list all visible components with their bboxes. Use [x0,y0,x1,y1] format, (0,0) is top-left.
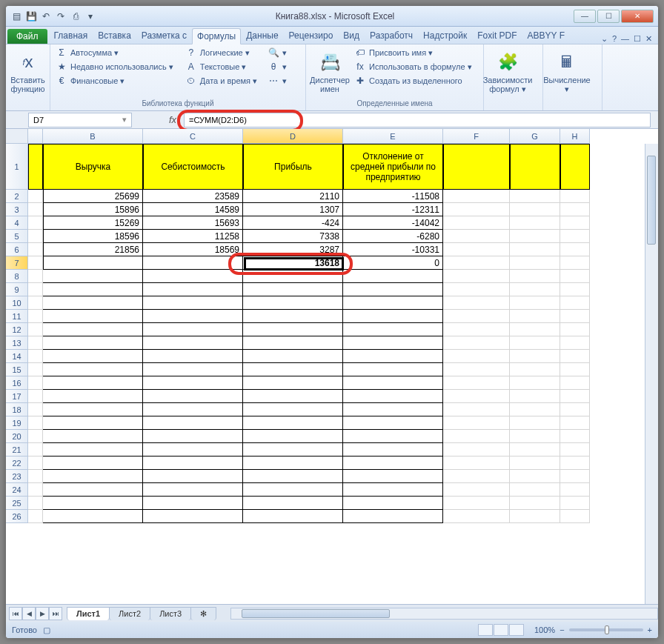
ribbon-Присвоить имя ▾[interactable]: 🏷Присвоить имя ▾ [352,46,474,59]
cell-C19[interactable] [143,416,243,430]
cell-E20[interactable] [343,430,443,443]
cell-D6[interactable]: 3287 [243,243,343,256]
file-tab[interactable]: Файл [7,29,47,44]
tab-Разметка с[interactable]: Разметка с [136,27,192,44]
cell-G7[interactable] [510,256,560,270]
select-all-corner[interactable] [6,129,28,144]
fx-button[interactable]: fx [162,114,184,125]
cell-F7[interactable] [443,256,510,270]
cell-B7[interactable] [43,256,143,270]
cell-E21[interactable] [343,443,443,457]
cell-E2[interactable]: -11508 [343,190,443,203]
cell-E22[interactable] [343,457,443,470]
cell-C17[interactable] [143,390,243,403]
row-header-5[interactable]: 5 [6,230,28,243]
sheet-tab-Лист3[interactable]: Лист3 [150,607,191,620]
cell-D24[interactable] [243,483,343,497]
cell-H6[interactable] [560,243,590,256]
cell-5[interactable] [28,230,43,243]
save-icon[interactable]: 💾 [25,10,37,22]
cell-21[interactable] [28,443,43,457]
col-header-D[interactable]: D [243,129,343,144]
cell-E7[interactable]: 0 [343,256,443,270]
cell-D13[interactable] [243,336,343,350]
cell-11[interactable] [28,310,43,323]
cell-B19[interactable] [43,416,143,430]
row-header-7[interactable]: 7 [6,256,28,270]
row-header-11[interactable]: 11 [6,310,28,323]
cell-8[interactable] [28,270,43,283]
ribbon-▾[interactable]: ⋯▾ [265,74,289,87]
cell-C3[interactable]: 14589 [143,203,243,216]
cell-C14[interactable] [143,350,243,363]
cell-H9[interactable] [560,283,590,296]
cell-B21[interactable] [43,443,143,457]
row-header-6[interactable]: 6 [6,243,28,256]
tab-Вставка[interactable]: Вставка [93,27,136,44]
cell-C7[interactable] [143,256,243,270]
cell-B23[interactable] [43,470,143,483]
cell-D25[interactable] [243,497,343,510]
cell-F11[interactable] [443,310,510,323]
cell-D3[interactable]: 1307 [243,203,343,216]
cell-18[interactable] [28,403,43,416]
ribbon-▾[interactable]: 🔍▾ [265,46,289,59]
cell-17[interactable] [28,390,43,403]
cell-C10[interactable] [143,296,243,310]
cell-F5[interactable] [443,230,510,243]
row-header-3[interactable]: 3 [6,203,28,216]
cell-H2[interactable] [560,190,590,203]
cell-F19[interactable] [443,416,510,430]
col-header-[interactable] [28,129,43,144]
cell-C16[interactable] [143,376,243,390]
cell-D11[interactable] [243,310,343,323]
cell-F15[interactable] [443,363,510,376]
cell-7[interactable] [28,256,43,270]
cell-F18[interactable] [443,403,510,416]
cell-C12[interactable] [143,323,243,336]
cell-B3[interactable]: 15896 [43,203,143,216]
cell-F16[interactable] [443,376,510,390]
cell-F6[interactable] [443,243,510,256]
ribbon-Логические ▾[interactable]: ?Логические ▾ [183,46,259,59]
cell-B12[interactable] [43,323,143,336]
cell-F20[interactable] [443,430,510,443]
cell-F4[interactable] [443,216,510,230]
cell-D15[interactable] [243,363,343,376]
cell-H18[interactable] [560,403,590,416]
tab-Надстройк[interactable]: Надстройк [418,27,472,44]
ribbon-▾[interactable]: θ▾ [265,60,289,73]
cell-G20[interactable] [510,430,560,443]
cell-10[interactable] [28,296,43,310]
cell-2[interactable] [28,190,43,203]
cell-H24[interactable] [560,483,590,497]
row-header-17[interactable]: 17 [6,390,28,403]
cell-H21[interactable] [560,443,590,457]
col-header-F[interactable]: F [443,129,510,144]
ribbon-Автосумма ▾[interactable]: ΣАвтосумма ▾ [53,46,176,59]
cell-C24[interactable] [143,483,243,497]
cell-E4[interactable]: -14042 [343,216,443,230]
cell-D19[interactable] [243,416,343,430]
row-header-19[interactable]: 19 [6,416,28,430]
cell-23[interactable] [28,470,43,483]
cell-E12[interactable] [343,323,443,336]
zoom-level[interactable]: 100% [534,625,555,634]
name-manager-button[interactable]: 📇 Диспетчер имен [309,46,351,98]
cell-B4[interactable]: 15269 [43,216,143,230]
cell-12[interactable] [28,323,43,336]
minimize-ribbon-icon[interactable]: ⌄ [601,34,608,44]
row-header-10[interactable]: 10 [6,296,28,310]
cell-H1[interactable] [560,144,590,190]
cell-G18[interactable] [510,403,560,416]
cell-14[interactable] [28,350,43,363]
row-header-12[interactable]: 12 [6,323,28,336]
cell-H25[interactable] [560,497,590,510]
sheet-tab-Лист2[interactable]: Лист2 [109,607,150,620]
maximize-button[interactable]: ☐ [597,10,620,23]
cell-H3[interactable] [560,203,590,216]
cell-F13[interactable] [443,336,510,350]
cell-E18[interactable] [343,403,443,416]
cell-H8[interactable] [560,270,590,283]
cell-H12[interactable] [560,323,590,336]
